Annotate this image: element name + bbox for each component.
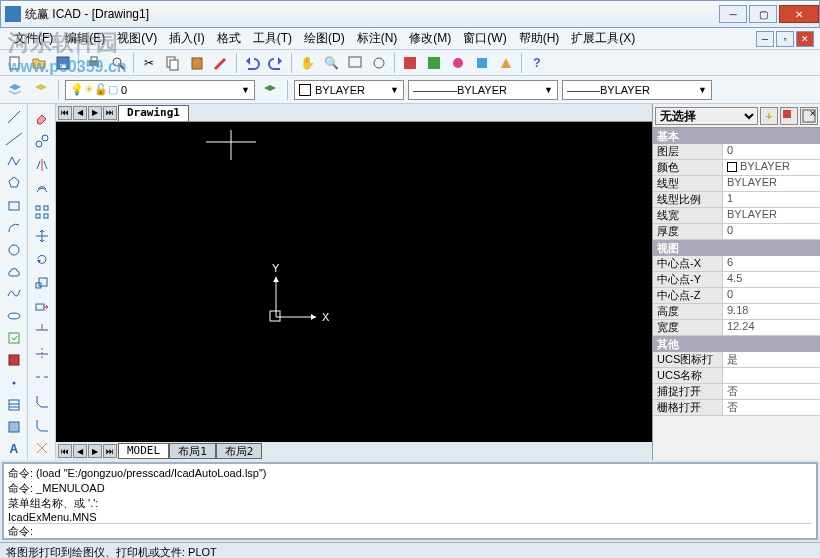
offset-icon[interactable] bbox=[30, 178, 54, 200]
fillet-icon[interactable] bbox=[30, 414, 54, 436]
chamfer-icon[interactable] bbox=[30, 390, 54, 412]
mdi-minimize[interactable]: ─ bbox=[756, 31, 774, 47]
command-prompt[interactable]: 命令: bbox=[8, 523, 812, 539]
prop-row[interactable]: 中心点-Y4.5 bbox=[653, 272, 820, 288]
ellipse-icon[interactable] bbox=[2, 306, 26, 326]
erase-icon[interactable] bbox=[30, 107, 54, 129]
selection-dropdown[interactable]: 无选择 bbox=[655, 107, 758, 125]
pan-icon[interactable]: ✋ bbox=[296, 52, 318, 74]
mirror-icon[interactable] bbox=[30, 154, 54, 176]
prop-row[interactable]: UCS名称 bbox=[653, 368, 820, 384]
open-icon[interactable] bbox=[28, 52, 50, 74]
menu-window[interactable]: 窗口(W) bbox=[457, 28, 512, 49]
arc-icon[interactable] bbox=[2, 218, 26, 238]
menu-file[interactable]: 文件(F) bbox=[8, 28, 59, 49]
close-button[interactable]: ✕ bbox=[779, 5, 819, 23]
hatch-icon[interactable] bbox=[2, 395, 26, 415]
text-icon[interactable]: A bbox=[2, 439, 26, 459]
match-icon[interactable] bbox=[210, 52, 232, 74]
prop-row[interactable]: 中心点-Z0 bbox=[653, 288, 820, 304]
tab-next[interactable]: ▶ bbox=[88, 106, 102, 120]
line-icon[interactable] bbox=[2, 107, 26, 127]
props-icon[interactable] bbox=[399, 52, 421, 74]
pline-icon[interactable] bbox=[2, 151, 26, 171]
layer-mgr-icon[interactable] bbox=[4, 79, 26, 101]
layout-next[interactable]: ▶ bbox=[88, 444, 102, 458]
quick-select-icon[interactable] bbox=[780, 107, 798, 125]
polygon-icon[interactable] bbox=[2, 173, 26, 193]
tab-layout1[interactable]: 布局1 bbox=[169, 443, 216, 459]
menu-ext[interactable]: 扩展工具(X) bbox=[565, 28, 641, 49]
dc-icon[interactable] bbox=[423, 52, 445, 74]
redo-icon[interactable] bbox=[265, 52, 287, 74]
menu-view[interactable]: 视图(V) bbox=[111, 28, 163, 49]
rect-icon[interactable] bbox=[2, 196, 26, 216]
trim-icon[interactable] bbox=[30, 319, 54, 341]
prop-row[interactable]: 线型BYLAYER bbox=[653, 176, 820, 192]
zoom-prev-icon[interactable] bbox=[368, 52, 390, 74]
layout-prev[interactable]: ◀ bbox=[73, 444, 87, 458]
minimize-button[interactable]: ─ bbox=[719, 5, 747, 23]
prop-row[interactable]: 颜色BYLAYER bbox=[653, 160, 820, 176]
extend-icon[interactable] bbox=[30, 343, 54, 365]
break-icon[interactable] bbox=[30, 367, 54, 389]
lineweight-dropdown[interactable]: ——— BYLAYER▼ bbox=[562, 80, 712, 100]
menu-format[interactable]: 格式 bbox=[211, 28, 247, 49]
color-dropdown[interactable]: BYLAYER▼ bbox=[294, 80, 404, 100]
menu-draw[interactable]: 绘图(D) bbox=[298, 28, 351, 49]
new-icon[interactable] bbox=[4, 52, 26, 74]
tab-first[interactable]: ⏮ bbox=[58, 106, 72, 120]
tab-last[interactable]: ⏭ bbox=[103, 106, 117, 120]
menu-help[interactable]: 帮助(H) bbox=[513, 28, 566, 49]
prop-group-header[interactable]: 基本 bbox=[653, 128, 820, 144]
prop-row[interactable]: 栅格打开否 bbox=[653, 400, 820, 416]
copy-obj-icon[interactable] bbox=[30, 131, 54, 153]
prop-row[interactable]: 图层0 bbox=[653, 144, 820, 160]
block-icon[interactable] bbox=[2, 350, 26, 370]
mdi-close[interactable]: ✕ bbox=[796, 31, 814, 47]
scale-icon[interactable] bbox=[30, 272, 54, 294]
layer-dropdown[interactable]: 💡☀🔓▢ 0▼ bbox=[65, 80, 255, 100]
cut-icon[interactable]: ✂ bbox=[138, 52, 160, 74]
print-icon[interactable] bbox=[83, 52, 105, 74]
tool-c-icon[interactable] bbox=[495, 52, 517, 74]
copy-icon[interactable] bbox=[162, 52, 184, 74]
layers-icon[interactable] bbox=[30, 79, 52, 101]
layout-last[interactable]: ⏭ bbox=[103, 444, 117, 458]
maximize-button[interactable]: ▢ bbox=[749, 5, 777, 23]
prop-row[interactable]: 线型比例1 bbox=[653, 192, 820, 208]
insert-icon[interactable] bbox=[2, 328, 26, 348]
tool-b-icon[interactable] bbox=[471, 52, 493, 74]
circle-icon[interactable] bbox=[2, 240, 26, 260]
prop-group-header[interactable]: 视图 bbox=[653, 240, 820, 256]
array-icon[interactable] bbox=[30, 201, 54, 223]
menu-dim[interactable]: 标注(N) bbox=[351, 28, 404, 49]
doc-tab[interactable]: Drawing1 bbox=[118, 105, 189, 121]
layout-first[interactable]: ⏮ bbox=[58, 444, 72, 458]
menu-tools[interactable]: 工具(T) bbox=[247, 28, 298, 49]
xline-icon[interactable] bbox=[2, 129, 26, 149]
menu-insert[interactable]: 插入(I) bbox=[163, 28, 210, 49]
menu-edit[interactable]: 编辑(E) bbox=[59, 28, 111, 49]
stretch-icon[interactable] bbox=[30, 296, 54, 318]
revcloud-icon[interactable] bbox=[2, 262, 26, 282]
tool-a-icon[interactable] bbox=[447, 52, 469, 74]
tab-model[interactable]: MODEL bbox=[118, 443, 169, 459]
tab-prev[interactable]: ◀ bbox=[73, 106, 87, 120]
tab-close-icon[interactable]: × bbox=[810, 107, 816, 119]
move-icon[interactable] bbox=[30, 225, 54, 247]
prop-row[interactable]: 宽度12.24 bbox=[653, 320, 820, 336]
prop-row[interactable]: 高度9.18 bbox=[653, 304, 820, 320]
tab-layout2[interactable]: 布局2 bbox=[216, 443, 263, 459]
mdi-restore[interactable]: ▫ bbox=[776, 31, 794, 47]
layer-prev-icon[interactable] bbox=[259, 79, 281, 101]
help-icon[interactable]: ? bbox=[526, 52, 548, 74]
prop-group-header[interactable]: 其他 bbox=[653, 336, 820, 352]
prop-row[interactable]: 线宽BYLAYER bbox=[653, 208, 820, 224]
spline-icon[interactable] bbox=[2, 284, 26, 304]
menu-modify[interactable]: 修改(M) bbox=[403, 28, 457, 49]
zoom-win-icon[interactable] bbox=[344, 52, 366, 74]
command-window[interactable]: 命令: (load "E:/gongzuo/presscad/IcadAutoL… bbox=[2, 462, 818, 540]
prop-row[interactable]: UCS图标打开是 bbox=[653, 352, 820, 368]
rotate-icon[interactable] bbox=[30, 249, 54, 271]
